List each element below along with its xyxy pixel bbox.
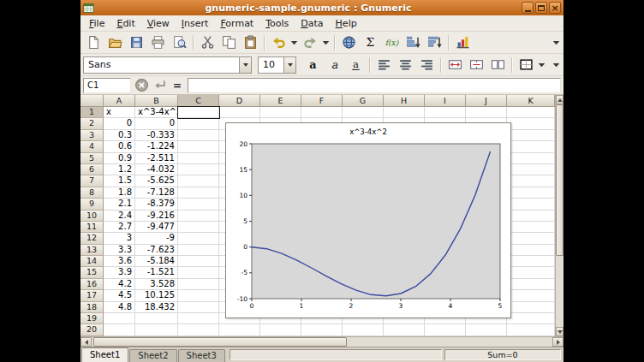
cut-button[interactable] (197, 33, 218, 53)
borders-dropdown[interactable] (537, 55, 546, 75)
cell-B20[interactable] (135, 324, 178, 335)
cell-K20[interactable] (507, 324, 555, 335)
align-left-button[interactable] (373, 55, 394, 75)
menu-data[interactable]: Data (295, 17, 328, 30)
redo-button[interactable] (300, 33, 320, 53)
cell-K9[interactable] (507, 199, 555, 210)
cell-K2[interactable] (507, 118, 555, 129)
cell-A5[interactable]: 0.9 (104, 153, 135, 164)
row-header-1[interactable]: 1 (80, 107, 104, 118)
minimize-button[interactable] (522, 2, 534, 14)
scroll-right-button[interactable] (552, 337, 564, 347)
cell-B19[interactable] (135, 313, 178, 324)
sum-button[interactable]: Σ (360, 33, 380, 53)
cell-A16[interactable]: 4.2 (104, 279, 135, 290)
cell-K15[interactable] (507, 267, 555, 278)
toolbar-overflow-button[interactable] (552, 55, 561, 75)
row-header-13[interactable]: 13 (80, 245, 104, 256)
cell-B7[interactable]: -5.625 (135, 175, 178, 187)
cell-C10[interactable] (178, 211, 219, 222)
column-header-e[interactable]: E (260, 95, 301, 107)
cell-B15[interactable]: -1.521 (135, 267, 178, 278)
cell-C14[interactable] (178, 256, 219, 267)
menu-help[interactable]: Help (331, 17, 362, 30)
cell-B1[interactable]: x^3-4x^2 (135, 107, 178, 118)
cell-C4[interactable] (178, 141, 219, 152)
cell-J1[interactable] (466, 107, 507, 118)
new-file-button[interactable] (83, 33, 104, 53)
cell-B12[interactable]: -9 (135, 233, 178, 244)
cell-K10[interactable] (507, 211, 555, 222)
cell-K17[interactable] (507, 290, 555, 301)
row-header-6[interactable]: 6 (80, 164, 104, 175)
column-header-d[interactable]: D (219, 95, 260, 107)
menu-tools[interactable]: Tools (260, 17, 294, 30)
cell-B9[interactable]: -8.379 (135, 199, 178, 210)
cell-K12[interactable] (507, 233, 555, 244)
cell-B10[interactable]: -9.216 (135, 211, 178, 222)
cell-C20[interactable] (178, 324, 219, 335)
cell-C18[interactable] (178, 302, 219, 313)
redo-dropdown[interactable] (321, 33, 331, 53)
cell-B14[interactable]: -5.184 (135, 256, 178, 267)
row-header-5[interactable]: 5 (80, 153, 104, 164)
row-header-12[interactable]: 12 (80, 233, 104, 244)
cell-A15[interactable]: 3.9 (104, 267, 135, 278)
merge-cells-button[interactable] (466, 55, 486, 75)
cell-F20[interactable] (301, 324, 343, 335)
cell-A9[interactable]: 2.1 (104, 199, 135, 210)
cell-B6[interactable]: -4.032 (135, 164, 178, 175)
cell-I20[interactable] (425, 324, 466, 335)
confirm-edit-button[interactable] (152, 78, 167, 93)
cell-K14[interactable] (507, 256, 555, 267)
cell-B16[interactable]: 3.528 (135, 279, 178, 290)
cell-A7[interactable]: 1.5 (104, 175, 135, 187)
cell-B3[interactable]: -0.333 (135, 130, 178, 141)
cell-C2[interactable] (178, 118, 219, 129)
cell-C9[interactable] (178, 199, 219, 210)
cell-C17[interactable] (178, 290, 219, 301)
horizontal-scroll-track[interactable] (92, 337, 552, 347)
tab-sheet2[interactable]: Sheet2 (129, 349, 176, 362)
cell-C11[interactable] (178, 222, 219, 233)
underline-button[interactable]: a (345, 55, 366, 75)
center-across-button[interactable] (444, 55, 465, 75)
horizontal-scroll-thumb[interactable] (93, 337, 347, 347)
menu-edit[interactable]: Edit (111, 17, 140, 30)
align-center-button[interactable] (395, 55, 415, 75)
cell-A6[interactable]: 1.2 (104, 164, 135, 175)
cell-D1[interactable] (219, 107, 260, 118)
font-name-combo[interactable]: Sans (83, 56, 252, 74)
cell-C16[interactable] (178, 279, 219, 290)
menu-format[interactable]: Format (215, 17, 259, 30)
cell-A2[interactable]: 0 (104, 118, 135, 129)
titlebar[interactable]: gnumeric-sample.gnumeric : Gnumeric × (80, 0, 564, 15)
row-header-9[interactable]: 9 (80, 199, 104, 210)
cell-C6[interactable] (178, 164, 219, 175)
column-header-k[interactable]: K (507, 95, 555, 107)
row-header-2[interactable]: 2 (80, 118, 104, 129)
column-header-j[interactable]: J (466, 95, 507, 107)
sort-descending-button[interactable] (424, 33, 444, 53)
open-button[interactable] (104, 33, 125, 53)
cancel-edit-button[interactable] (134, 78, 149, 93)
sheet-grid[interactable]: ABCDEFGHIJK 1xx^3-4x^220030.3-0.33340.6-… (80, 95, 555, 336)
cell-K4[interactable] (507, 141, 555, 152)
cell-A14[interactable]: 3.6 (104, 256, 135, 267)
cell-G1[interactable] (343, 107, 384, 118)
cell-C12[interactable] (178, 233, 219, 244)
cell-reference-box[interactable]: C1 (83, 78, 131, 93)
column-header-h[interactable]: H (384, 95, 425, 107)
menu-view[interactable]: View (142, 17, 175, 30)
toolbar-overflow-button[interactable] (552, 33, 561, 53)
row-header-11[interactable]: 11 (80, 222, 104, 233)
row-header-15[interactable]: 15 (80, 267, 104, 278)
cell-B5[interactable]: -2.511 (135, 153, 178, 164)
cell-K7[interactable] (507, 175, 555, 187)
tab-sheet3[interactable]: Sheet3 (178, 349, 225, 362)
cell-C3[interactable] (178, 130, 219, 141)
cell-A4[interactable]: 0.6 (104, 141, 135, 152)
cell-A10[interactable]: 2.4 (104, 211, 135, 222)
row-header-20[interactable]: 20 (80, 324, 104, 335)
cell-H20[interactable] (384, 324, 425, 335)
